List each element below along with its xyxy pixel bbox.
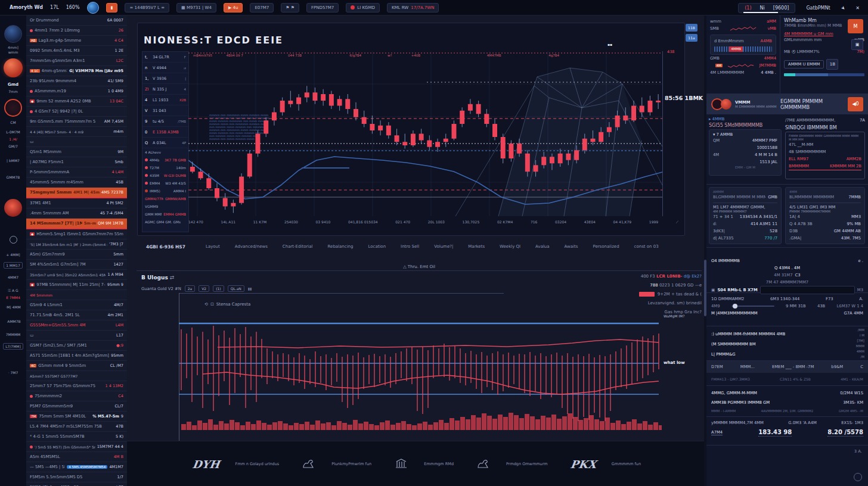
x-axis-label-7[interactable]: 20L 1003 bbox=[428, 220, 445, 225]
candle-body[interactable] bbox=[590, 139, 595, 142]
watchlist-row[interactable]: ◆97MB 55mmmm| M| 11m 25m| 7-5M95mm 9 bbox=[26, 280, 127, 290]
watchlist-row[interactable]: 4 G5m7 52| 9942 |7| 0L bbox=[26, 107, 127, 117]
watchlist-row[interactable]: ABLag3.m-g4p-5mmme4 C4 bbox=[26, 36, 127, 46]
tab-7[interactable]: Markets bbox=[468, 244, 485, 249]
chart-tool-row-0[interactable]: t,34 GL7RF bbox=[142, 52, 188, 63]
candle-body[interactable] bbox=[370, 124, 374, 130]
tab-9[interactable]: Avalua bbox=[535, 244, 549, 249]
bottom-toolbar-chip-1[interactable]: V2 bbox=[199, 285, 209, 292]
topbar-button-1[interactable]: = 144B95V7 L = bbox=[125, 3, 169, 13]
candle-body[interactable] bbox=[435, 142, 440, 147]
topbar-button-6[interactable]: FPND57M7 bbox=[306, 3, 339, 13]
watchlist-row[interactable]: 23b 95Lmm 9mmmm441/ 5M9 bbox=[26, 76, 127, 86]
candle-body[interactable] bbox=[247, 154, 252, 177]
refresh-circle-button[interactable] bbox=[854, 473, 862, 481]
topbar-button-5[interactable]: ⚑ ⚑ bbox=[281, 3, 299, 13]
candle-body[interactable] bbox=[534, 165, 538, 172]
topbar-button-8[interactable]: KML RW17/7A.7WN bbox=[387, 3, 439, 13]
x-axis-label-12[interactable]: 43E04 bbox=[584, 220, 596, 225]
candle-body[interactable] bbox=[206, 178, 211, 188]
x-axis-label-9[interactable]: 02 K7M4 bbox=[497, 220, 513, 225]
rail-item-14[interactable] bbox=[0, 236, 26, 244]
tab-11[interactable]: Personalized bbox=[593, 244, 619, 249]
watchlist-row[interactable]: ◆H5mm5.5mg1 I5mm1 G5mm7mm7m 55mg bbox=[26, 229, 127, 239]
topbar-button-3[interactable]: ▶ 4u bbox=[224, 3, 243, 13]
candle-body[interactable] bbox=[256, 134, 261, 154]
watchlist-row[interactable]: F5M5m 5.5m5mm5M5 D51/7 bbox=[26, 472, 127, 482]
tab-3[interactable]: Rebalancing bbox=[328, 244, 354, 249]
tab-6[interactable]: Volume?| bbox=[434, 244, 453, 249]
watchlist-row[interactable]: 71.71.5mB 4m5. 2M1 5L4m 2M1 bbox=[26, 310, 127, 320]
chart-tool-row-3[interactable]: ZIN 335 J4 bbox=[142, 84, 188, 95]
watchlist-row[interactable]: .4mm 5mmmm AM45 7-4 /5M4 bbox=[26, 208, 127, 219]
candle-body[interactable] bbox=[517, 144, 522, 154]
candle-body[interactable] bbox=[215, 188, 219, 198]
candle-body[interactable] bbox=[395, 135, 399, 142]
watchlist-row[interactable]: P-5mmm5mmmmA4 L4M bbox=[26, 167, 127, 177]
x-axis-label-13[interactable]: 04 41,K79 bbox=[613, 220, 632, 225]
candle-body[interactable] bbox=[566, 154, 571, 160]
bottom-chart-legend[interactable]: ⟲⊡Stensa Capresta bbox=[204, 302, 250, 307]
candle-body[interactable] bbox=[550, 157, 554, 163]
topbar-tab-0[interactable]: (1) bbox=[745, 5, 751, 11]
candle-body[interactable] bbox=[321, 94, 326, 101]
candle-body[interactable] bbox=[312, 92, 317, 101]
candle-body[interactable] bbox=[305, 92, 309, 97]
watchlist-row[interactable]: | A07MG F5mm15mb bbox=[26, 157, 127, 167]
candle-body[interactable] bbox=[411, 134, 416, 145]
chart-corner-badge-2[interactable]: 11a bbox=[686, 34, 698, 42]
candle-body[interactable] bbox=[525, 154, 530, 172]
x-axis-label-15[interactable]: ⟋ bbox=[676, 220, 678, 225]
candle-body[interactable] bbox=[631, 105, 636, 120]
slider-knob[interactable] bbox=[733, 304, 737, 309]
x-axis-label-10[interactable]: 716 bbox=[531, 220, 537, 225]
sparkline-chart[interactable] bbox=[728, 62, 754, 69]
rail-item-16[interactable]: 1 MM17 bbox=[0, 262, 26, 269]
watchlist-row[interactable]: 4 1C4mm-g5mm7mm /7|G| V3MM7B Mm [JAv m95 bbox=[26, 66, 127, 76]
x-axis-label-5[interactable]: 041,816 015034 bbox=[348, 220, 378, 225]
x-axis-label-0[interactable]: 142 470 bbox=[188, 220, 203, 225]
rail-item-6[interactable] bbox=[0, 99, 26, 117]
watchlist-row[interactable]: 14 M5mmmm7 [7T| |1M2|5m-mQM 9M 1M7B bbox=[26, 219, 127, 229]
close-icon[interactable]: ✕ bbox=[855, 5, 860, 11]
rail-item-0[interactable] bbox=[0, 25, 26, 43]
candle-body[interactable] bbox=[280, 101, 285, 112]
candle-body[interactable] bbox=[558, 154, 563, 164]
candle-body[interactable] bbox=[647, 101, 652, 112]
candle-body[interactable] bbox=[329, 94, 334, 105]
watchlist-row[interactable]: A571 55m5m [1EB1 t 4m A5m7g5mm]95mm bbox=[26, 351, 127, 361]
watchlist-row[interactable]: 9m G5mm5.mm 75mmmm7m 5AM 7,45M bbox=[26, 117, 127, 127]
watchlist-row[interactable]: 37M1 4M14 Pt 5M2 bbox=[26, 198, 127, 208]
topbar-button-0[interactable]: ▮ bbox=[106, 3, 118, 13]
topbar-button-4[interactable]: E07M7 bbox=[250, 3, 274, 13]
candle-body[interactable] bbox=[501, 137, 506, 158]
tab-4[interactable]: Location bbox=[368, 244, 386, 249]
candle-body[interactable] bbox=[484, 114, 489, 124]
tab-10[interactable]: Awaits bbox=[565, 244, 578, 249]
candle-body[interactable] bbox=[509, 144, 513, 158]
watchlist-row[interactable]: — 5M5 —4M5 | 5M544 5M5.45M5M5M7M544M1M7 bbox=[26, 462, 127, 472]
candle-body[interactable] bbox=[264, 120, 268, 133]
watchlist-row[interactable]: G5M7 (5m2),5m./ 5M7 /5M1●;9 bbox=[26, 341, 127, 351]
x-axis-label-14[interactable]: 1999 bbox=[649, 220, 658, 225]
watchlist-row[interactable]: A5mm7 5575M7 G5777M7 bbox=[26, 371, 127, 381]
candlestick-plot[interactable]: mB4m97954B94 09 7044 73B6/g7B4w?+40B4M47… bbox=[188, 51, 662, 216]
x-axis-label-6[interactable]: 021 470 bbox=[395, 220, 410, 225]
candle-body[interactable] bbox=[582, 139, 587, 150]
watchlist-row[interactable]: G555Mm+G5m55.5mm 4ML4M bbox=[26, 320, 127, 331]
time-axis[interactable]: 142 47014L A1111 K7M25403003 9410041,816… bbox=[188, 220, 678, 225]
watchlist-row[interactable]: '/ 5m5 55 M57) |5m G5mmm5* 5m 75M15M7M7 … bbox=[26, 442, 127, 452]
x-axis-label-11[interactable]: 03204 bbox=[555, 220, 566, 225]
topbar-tab-2[interactable]: [9600] bbox=[773, 5, 789, 11]
chart-tool-row-4[interactable]: 4L1 1933X2B bbox=[142, 95, 188, 105]
segmented-progress-bar[interactable] bbox=[784, 73, 864, 76]
candle-body[interactable] bbox=[476, 104, 481, 114]
candle-body[interactable] bbox=[574, 150, 579, 160]
bottom-toolbar-chip-0[interactable]: 2a bbox=[185, 285, 196, 292]
trade-button[interactable]: ◀0 bbox=[848, 97, 863, 111]
chart-tool-row-5[interactable]: V31 043 bbox=[142, 105, 188, 116]
watchlist-row[interactable]: L5.4 7M4 4M5m7 m5L5M755m 75B47B bbox=[26, 422, 127, 432]
tab-1[interactable]: Advanced/news bbox=[235, 244, 268, 249]
watchlist-row[interactable]: 4M 5mmmm bbox=[26, 290, 127, 300]
watchlist-row[interactable]: A5mmmm.m191 0 4M9 bbox=[26, 86, 127, 96]
